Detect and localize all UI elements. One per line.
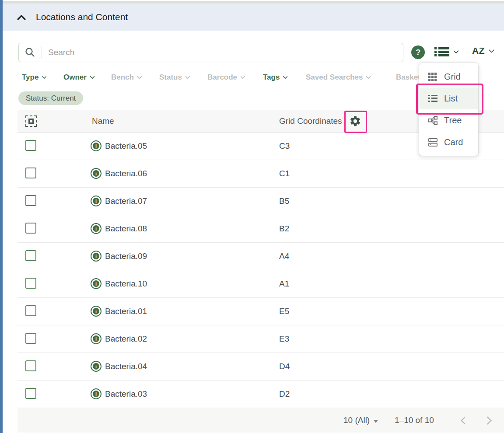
table-row: i Bacteria.02 E3 — [18, 325, 504, 353]
info-icon[interactable]: i — [91, 388, 102, 399]
list-view-icon — [434, 47, 449, 56]
table-row: i Bacteria.06 C1 — [18, 160, 504, 188]
filter-type[interactable]: Type — [22, 71, 46, 84]
row-checkbox[interactable] — [25, 250, 36, 261]
info-icon[interactable]: i — [91, 223, 102, 234]
column-settings-gear-icon[interactable] — [349, 115, 361, 127]
table-row: i Bacteria.10 A1 — [18, 270, 504, 298]
chevron-down-icon — [90, 74, 94, 79]
filter-status[interactable]: Status — [159, 71, 189, 84]
row-checkbox[interactable] — [25, 278, 36, 289]
row-checkbox[interactable] — [25, 305, 36, 316]
row-grid-coordinate: C3 — [279, 133, 290, 160]
view-mode-button[interactable] — [434, 47, 458, 56]
row-name[interactable]: Bacteria.07 — [105, 188, 147, 215]
chevron-down-icon — [42, 74, 47, 79]
chevron-down-icon — [366, 74, 371, 79]
table-row: i Bacteria.09 A4 — [18, 243, 504, 270]
row-grid-coordinate: D2 — [279, 381, 290, 408]
menu-item-grid[interactable]: Grid — [419, 66, 478, 87]
row-checkbox[interactable] — [25, 168, 36, 178]
pagination-bar: 10 (All) 1–10 of 10 — [18, 408, 504, 433]
table-row: i Bacteria.07 B5 — [18, 188, 504, 215]
locations-panel: Locations and Content ? AZ Type Owner Be… — [0, 0, 504, 433]
status-filter-chip[interactable]: Status: Current — [18, 91, 83, 105]
row-name[interactable]: Bacteria.09 — [105, 243, 147, 270]
row-grid-coordinate: B2 — [279, 215, 289, 242]
table-row: i Bacteria.08 B2 — [18, 215, 504, 243]
menu-item-tree[interactable]: Tree — [419, 109, 478, 131]
panel-header: Locations and Content — [3, 3, 504, 31]
filter-bench[interactable]: Bench — [111, 71, 141, 84]
page-title: Locations and Content — [36, 3, 128, 31]
view-mode-menu: Grid List Tree — [419, 63, 479, 156]
results-table: Name Grid Coordinates i Bacteria.05 C3 i… — [18, 110, 504, 433]
row-grid-coordinate: B5 — [279, 188, 289, 215]
grid-view-icon — [428, 73, 439, 81]
filter-barcode[interactable]: Barcode — [207, 71, 245, 84]
tree-view-icon — [428, 116, 439, 125]
search-input[interactable] — [42, 48, 403, 57]
row-checkbox[interactable] — [25, 140, 36, 151]
info-icon[interactable]: i — [91, 140, 102, 151]
chevron-down-icon — [185, 74, 190, 79]
row-name[interactable]: Bacteria.10 — [105, 270, 147, 297]
column-header-grid-coordinates[interactable]: Grid Coordinates — [279, 110, 342, 132]
row-checkbox[interactable] — [25, 388, 36, 399]
row-name[interactable]: Bacteria.03 — [105, 381, 147, 408]
row-name[interactable]: Bacteria.01 — [105, 298, 147, 325]
filter-saved-searches[interactable]: Saved Searches — [306, 71, 370, 84]
info-icon[interactable]: i — [91, 361, 102, 372]
panel-left-accent-bar — [0, 0, 3, 433]
sort-button[interactable]: AZ — [472, 45, 494, 56]
chevron-down-icon — [137, 74, 142, 79]
help-question-icon: ? — [416, 48, 421, 57]
row-checkbox[interactable] — [25, 360, 36, 371]
card-view-icon — [428, 138, 439, 147]
previous-page-icon[interactable] — [461, 416, 469, 424]
info-icon[interactable]: i — [91, 251, 102, 262]
filter-owner[interactable]: Owner — [63, 71, 94, 84]
search-box — [18, 43, 403, 62]
row-checkbox[interactable] — [25, 333, 36, 344]
column-header-name[interactable]: Name — [92, 110, 114, 132]
chevron-down-icon — [240, 74, 245, 79]
row-name[interactable]: Bacteria.04 — [105, 353, 147, 380]
next-page-icon[interactable] — [483, 416, 491, 424]
collapse-chevron-up-icon[interactable] — [17, 14, 27, 25]
row-name[interactable]: Bacteria.02 — [105, 325, 147, 353]
row-checkbox[interactable] — [25, 195, 36, 206]
row-grid-coordinate: E5 — [279, 298, 289, 325]
table-row: i Bacteria.01 E5 — [18, 298, 504, 325]
help-button[interactable]: ? — [411, 45, 425, 59]
row-name[interactable]: Bacteria.05 — [105, 133, 147, 160]
info-icon[interactable]: i — [91, 196, 102, 206]
row-grid-coordinate: E3 — [279, 325, 289, 353]
chevron-down-icon — [489, 47, 494, 53]
chevron-down-icon — [283, 74, 288, 79]
select-all-icon[interactable] — [25, 115, 37, 127]
row-grid-coordinate: C1 — [279, 160, 290, 187]
info-icon[interactable]: i — [91, 306, 102, 317]
table-row: i Bacteria.04 D4 — [18, 353, 504, 381]
search-icon[interactable] — [19, 47, 42, 58]
list-view-icon — [428, 95, 439, 102]
table-row: i Bacteria.03 D2 — [18, 381, 504, 408]
chevron-down-icon — [453, 48, 459, 54]
row-grid-coordinate: A1 — [279, 270, 289, 297]
row-name[interactable]: Bacteria.08 — [105, 215, 147, 242]
info-icon[interactable]: i — [91, 278, 102, 289]
row-grid-coordinate: A4 — [279, 243, 289, 270]
row-grid-coordinate: D4 — [279, 353, 290, 380]
menu-item-card[interactable]: Card — [419, 131, 478, 153]
dropdown-triangle-icon — [374, 420, 378, 423]
row-checkbox[interactable] — [25, 223, 36, 234]
page-size-selector[interactable]: 10 (All) — [343, 408, 378, 433]
info-icon[interactable]: i — [91, 333, 102, 344]
filter-tags[interactable]: Tags — [263, 71, 287, 84]
page-range-label: 1–10 of 10 — [395, 408, 434, 433]
menu-item-list[interactable]: List — [419, 87, 478, 109]
row-name[interactable]: Bacteria.06 — [105, 160, 147, 187]
info-icon[interactable]: i — [91, 168, 102, 179]
sort-az-label: AZ — [472, 45, 485, 56]
